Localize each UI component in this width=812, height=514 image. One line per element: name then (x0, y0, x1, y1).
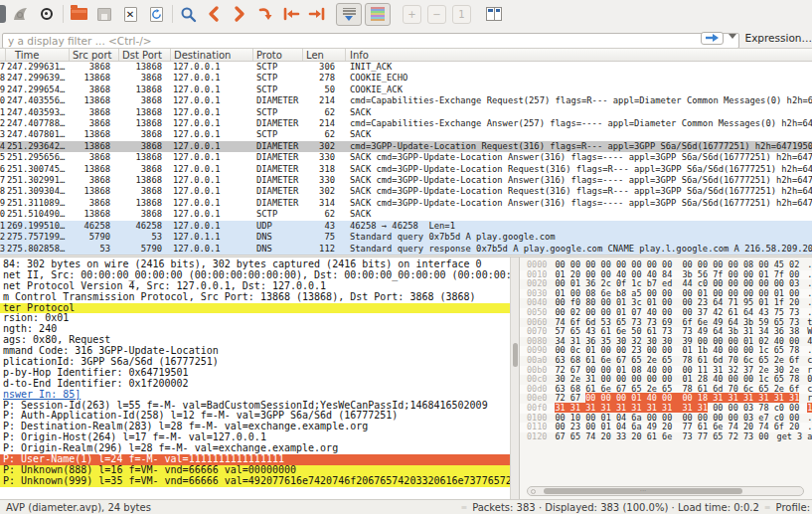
hex-byte[interactable]: 32 (729, 365, 738, 375)
hex-byte[interactable]: 00 (758, 259, 768, 269)
hex-byte[interactable]: 56 (698, 269, 708, 279)
detail-line[interactable]: p-by-Hop Identifier: 0x64719501 (0, 368, 510, 379)
hex-byte[interactable]: 02 (758, 336, 768, 346)
hex-byte[interactable]: 23 (631, 345, 641, 355)
detail-line[interactable]: net Protocol Version 4, Src: 127.0.0.1, … (0, 281, 510, 292)
hex-byte[interactable]: 84 (662, 269, 672, 279)
hex-byte[interactable]: 65 (713, 431, 723, 441)
scrollbar-thumb[interactable] (513, 343, 518, 367)
hex-byte[interactable]: 73 (789, 317, 799, 327)
hex-byte[interactable]: 00 (713, 278, 723, 288)
hex-byte[interactable]: 00 (682, 365, 692, 375)
hex-byte[interactable]: 00 (662, 259, 672, 269)
hex-byte[interactable]: 00 (713, 259, 723, 269)
hex-byte[interactable]: 1c (631, 278, 641, 288)
hex-byte[interactable]: 01 (601, 422, 611, 431)
hex-byte[interactable]: 03 (743, 403, 753, 413)
hex-byte[interactable]: 01 (682, 374, 692, 384)
hex-byte[interactable]: 00 (789, 413, 799, 423)
hex-byte[interactable]: 00 (585, 413, 595, 423)
packet-list-header[interactable]: TimeSrc portDst PortDestinationProtoLenI… (0, 48, 812, 62)
hex-byte[interactable]: 00 (585, 307, 595, 317)
hex-byte[interactable]: 3c (631, 297, 641, 307)
hex-byte[interactable]: 80 (585, 297, 595, 307)
hex-byte[interactable]: 74 (729, 422, 738, 431)
hex-byte[interactable]: 00 (789, 403, 799, 413)
hex-byte[interactable]: 6e (601, 288, 611, 298)
hex-byte[interactable]: 37 (698, 307, 708, 317)
hex-byte[interactable]: 00 (616, 345, 626, 355)
hex-byte[interactable]: 2e (647, 384, 657, 394)
hex-byte[interactable]: 6c (743, 384, 753, 394)
hex-byte[interactable]: 00 (616, 374, 626, 384)
hex-byte[interactable]: 03 (789, 278, 799, 288)
hex-byte[interactable]: 69 (662, 317, 672, 327)
hex-byte[interactable]: 45 (774, 259, 784, 269)
detail-line[interactable]: P: Unknown(999) l=35 f=VM- vnd=66666 val… (0, 476, 510, 487)
close-file-button[interactable]: ✕ (119, 3, 141, 25)
hex-horizontal-scrollbar[interactable]: ··· (527, 486, 804, 496)
hex-byte[interactable]: 72 (555, 393, 565, 403)
resize-columns-button[interactable] (483, 3, 505, 25)
hex-byte[interactable]: 40 (647, 365, 657, 375)
hex-byte[interactable]: b7 (647, 278, 657, 288)
hex-byte[interactable]: 31 (570, 336, 580, 346)
hex-byte[interactable]: 78 (789, 374, 799, 384)
hex-row[interactable]: 012067 65 74 20 33 20 61 6e 73 77 65 72 … (520, 432, 812, 442)
hex-byte[interactable]: 01 (616, 297, 626, 307)
hex-byte[interactable]: 00 (631, 259, 641, 269)
hex-byte[interactable]: 2e (570, 374, 580, 384)
hex-byte[interactable]: 04 (616, 413, 626, 423)
hex-byte[interactable]: 08 (743, 259, 753, 269)
hex-byte[interactable]: 40 (647, 393, 657, 403)
hex-byte[interactable]: 6e (713, 422, 723, 431)
hex-byte[interactable]: 00 (698, 336, 708, 346)
hex-byte[interactable]: 00 (585, 393, 595, 403)
column-header-len[interactable]: Len (303, 49, 346, 61)
packet-row[interactable]: 85251.295656…386813868127.0.0.1DIAMETER3… (0, 152, 812, 163)
hex-byte[interactable]: 00 (585, 259, 595, 269)
detail-line[interactable]: net II, Src: 00:00:00_00:00:00 (00:00:00… (0, 270, 510, 281)
hex-byte[interactable]: 0f (616, 278, 626, 288)
hex-byte[interactable]: 31 (616, 403, 626, 413)
hex-byte[interactable]: 73 (682, 326, 692, 336)
hex-byte[interactable]: 31 (743, 393, 753, 403)
hex-byte[interactable]: 00 (662, 288, 672, 298)
hex-byte[interactable]: 00 (713, 403, 723, 413)
hex-byte[interactable]: 07 (631, 307, 641, 317)
hex-byte[interactable]: 00 (758, 278, 768, 288)
hex-byte[interactable]: 01 (698, 288, 708, 298)
hex-byte[interactable]: 00 (601, 374, 611, 384)
hex-byte[interactable]: 65 (662, 384, 672, 394)
hex-byte[interactable]: 20 (601, 431, 611, 441)
hex-byte[interactable]: 00 (662, 297, 672, 307)
hex-byte[interactable]: 74 (585, 431, 595, 441)
go-first-packet-button[interactable] (280, 3, 302, 25)
hex-byte[interactable]: 31 (758, 393, 768, 403)
detail-line[interactable]: ter Protocol (0, 303, 510, 314)
find-packet-button[interactable] (177, 3, 199, 25)
hex-byte[interactable]: 00 (555, 297, 565, 307)
hex-byte[interactable]: 63 (555, 384, 565, 394)
hex-byte[interactable]: 00 (555, 278, 565, 288)
hex-byte[interactable]: 36 (585, 336, 595, 346)
hex-byte[interactable]: 67 (570, 365, 580, 375)
hex-byte[interactable]: 7f (774, 269, 784, 279)
hex-byte[interactable]: 40 (774, 336, 784, 346)
hex-byte[interactable]: 35 (601, 336, 611, 346)
hex-byte[interactable]: 00 (601, 307, 611, 317)
detail-line[interactable]: 84: 302 bytes on wire (2416 bits), 302 b… (0, 259, 510, 270)
hex-byte[interactable]: 01 (616, 365, 626, 375)
hex-byte[interactable]: 42 (713, 307, 723, 317)
hex-byte[interactable]: 37 (743, 365, 753, 375)
hex-byte[interactable]: 6a (631, 422, 641, 431)
hex-byte[interactable]: 74 (758, 422, 768, 431)
hex-byte[interactable]: 65 (570, 431, 580, 441)
hex-byte[interactable]: 01 (601, 413, 611, 423)
auto-scroll-toggle[interactable] (336, 3, 362, 26)
hex-byte[interactable]: 01 (570, 278, 580, 288)
hex-byte[interactable]: 00 (698, 259, 708, 269)
hex-byte[interactable]: 40 (713, 345, 723, 355)
hex-byte[interactable]: 00 (631, 269, 641, 279)
column-header-proto[interactable]: Proto (253, 49, 303, 61)
